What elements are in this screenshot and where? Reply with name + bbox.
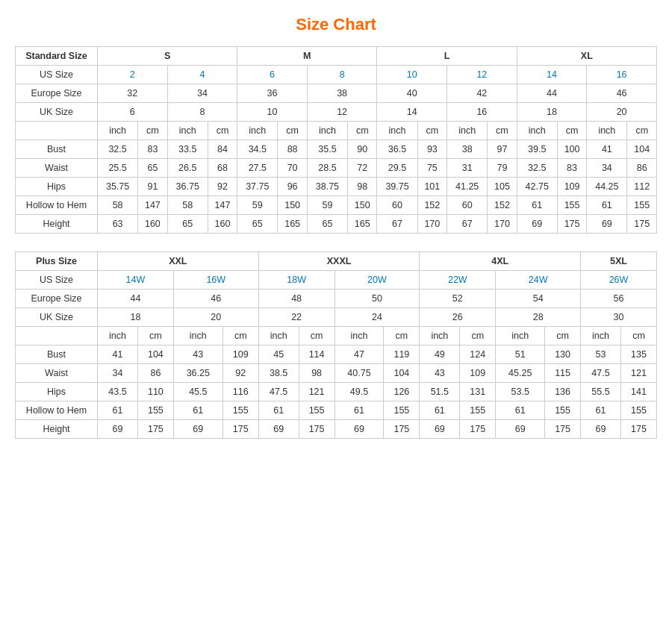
plus-val-1-3: 92: [223, 364, 258, 383]
standard-val-3-6: 59: [307, 196, 347, 215]
plus-val-2-1: 110: [137, 383, 173, 401]
plus-eu-48: 48: [258, 290, 335, 308]
standard-uk-size-row: UK Size 6 8 10 12 14 16 18 20: [16, 103, 657, 122]
plus-eu-44: 44: [98, 290, 174, 308]
plus-cm-3: cm: [299, 327, 335, 345]
plus-val-4-2: 69: [173, 420, 223, 439]
standard-val-0-7: 90: [348, 140, 377, 159]
standard-val-3-13: 155: [557, 196, 586, 215]
standard-val-1-11: 79: [488, 159, 517, 178]
standard-row-label-3: Hollow to Hem: [16, 196, 98, 215]
xxxl-header: XXXL: [258, 252, 420, 271]
standard-val-2-10: 41.25: [447, 178, 488, 196]
plus-inch-7: inch: [581, 327, 621, 345]
standard-val-0-10: 38: [447, 140, 488, 159]
standard-row-bust: Bust32.58333.58434.58835.59036.593389739…: [16, 140, 657, 159]
uk-14: 14: [377, 103, 447, 122]
us-24w: 24W: [496, 271, 581, 290]
plus-val-3-5: 155: [299, 401, 335, 420]
standard-val-2-5: 96: [278, 178, 307, 196]
us-14w: 14W: [98, 271, 174, 290]
standard-val-1-6: 28.5: [307, 159, 347, 178]
standard-val-1-14: 34: [587, 159, 627, 178]
plus-val-3-7: 155: [384, 401, 420, 420]
uk-18: 18: [517, 103, 587, 122]
us-26w: 26W: [581, 271, 657, 290]
plus-val-0-11: 130: [545, 345, 581, 364]
plus-val-0-9: 124: [460, 345, 496, 364]
plus-val-2-2: 45.5: [173, 383, 223, 401]
empty-cell: [16, 122, 98, 140]
europe-size-label: Europe Size: [16, 84, 98, 103]
standard-val-0-2: 33.5: [167, 140, 208, 159]
plus-eu-56: 56: [581, 290, 657, 308]
plus-val-0-8: 49: [420, 345, 460, 364]
standard-val-0-5: 88: [278, 140, 307, 159]
plus-val-1-6: 40.75: [335, 364, 384, 383]
standard-row-height: Height6316065160651656516567170671706917…: [16, 215, 657, 234]
plus-val-1-12: 47.5: [581, 364, 621, 383]
standard-val-0-9: 93: [417, 140, 447, 159]
plus-row-label-1: Waist: [16, 364, 98, 383]
eu-36: 36: [237, 84, 308, 103]
plus-val-2-3: 116: [223, 383, 258, 401]
us-size-8: 8: [307, 66, 377, 84]
standard-val-1-7: 72: [348, 159, 377, 178]
standard-measurements-body: Bust32.58333.58434.58835.59036.593389739…: [16, 140, 657, 234]
us-size-4: 4: [167, 66, 237, 84]
standard-val-2-12: 42.75: [517, 178, 557, 196]
plus-inch-4: inch: [335, 327, 384, 345]
plus-val-0-4: 45: [258, 345, 299, 364]
plus-val-2-12: 55.5: [581, 383, 621, 401]
uk-20: 20: [587, 103, 657, 122]
standard-row-waist: Waist25.56526.56827.57028.57229.57531793…: [16, 159, 657, 178]
plus-val-1-4: 38.5: [258, 364, 299, 383]
standard-val-2-1: 91: [138, 178, 167, 196]
plus-uk-20: 20: [173, 308, 258, 327]
plus-val-2-4: 47.5: [258, 383, 299, 401]
eu-32: 32: [98, 84, 168, 103]
standard-val-2-7: 98: [348, 178, 377, 196]
standard-val-1-9: 75: [417, 159, 447, 178]
eu-34: 34: [167, 84, 237, 103]
l-header: L: [377, 47, 517, 66]
standard-val-0-6: 35.5: [307, 140, 347, 159]
standard-val-4-0: 63: [98, 215, 138, 234]
standard-val-3-15: 155: [627, 196, 657, 215]
standard-val-3-2: 58: [167, 196, 208, 215]
standard-row-hips: Hips35.759136.759237.759638.759839.75101…: [16, 178, 657, 196]
plus-val-1-1: 86: [137, 364, 173, 383]
standard-val-1-12: 32.5: [517, 159, 557, 178]
plus-inch-3: inch: [258, 327, 299, 345]
plus-val-4-12: 69: [581, 420, 621, 439]
standard-val-4-9: 170: [417, 215, 447, 234]
standard-row-label-2: Hips: [16, 178, 98, 196]
plus-cm-1: cm: [137, 327, 173, 345]
plus-eu-46: 46: [173, 290, 258, 308]
standard-val-4-13: 175: [557, 215, 586, 234]
inch-3: inch: [237, 122, 278, 140]
standard-val-0-1: 83: [138, 140, 167, 159]
plus-size-table: Plus Size XXL XXXL 4XL 5XL US Size 14W 1…: [15, 251, 657, 439]
standard-val-4-7: 165: [348, 215, 377, 234]
standard-val-4-11: 170: [488, 215, 517, 234]
us-size-10: 10: [377, 66, 447, 84]
standard-val-3-3: 147: [208, 196, 237, 215]
plus-size-section: Plus Size XXL XXXL 4XL 5XL US Size 14W 1…: [15, 251, 657, 439]
plus-val-3-12: 61: [581, 401, 621, 420]
us-size-14: 14: [517, 66, 587, 84]
uk-16: 16: [447, 103, 517, 122]
plus-val-0-5: 114: [299, 345, 335, 364]
standard-val-4-6: 65: [307, 215, 347, 234]
standard-val-3-14: 61: [587, 196, 627, 215]
plus-val-4-9: 175: [460, 420, 496, 439]
plus-cm-5: cm: [460, 327, 496, 345]
standard-val-2-0: 35.75: [98, 178, 138, 196]
standard-val-2-4: 37.75: [237, 178, 278, 196]
plus-val-4-1: 175: [137, 420, 173, 439]
standard-row-label-0: Bust: [16, 140, 98, 159]
standard-val-3-1: 147: [138, 196, 167, 215]
standard-val-3-10: 60: [447, 196, 488, 215]
plus-val-0-6: 47: [335, 345, 384, 364]
plus-val-1-5: 98: [299, 364, 335, 383]
